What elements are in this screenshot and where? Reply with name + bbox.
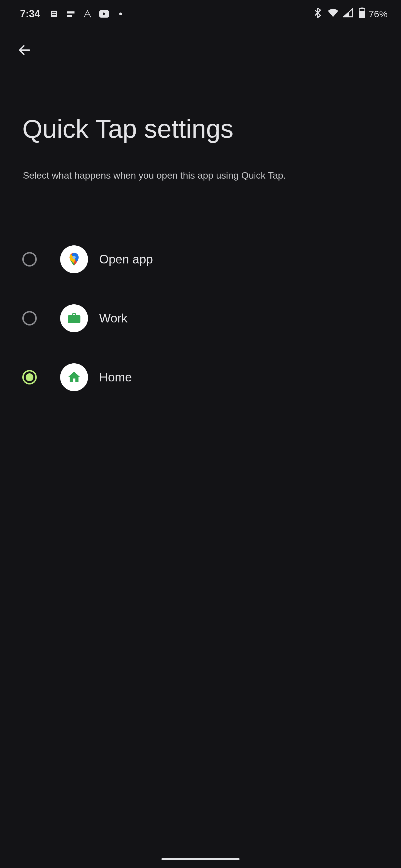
wifi-icon bbox=[327, 8, 339, 20]
status-left: 7:34 bbox=[20, 8, 122, 20]
status-bar: 7:34 76% bbox=[0, 0, 401, 28]
option-label: Work bbox=[99, 311, 127, 325]
svg-rect-2 bbox=[52, 14, 56, 15]
svg-rect-4 bbox=[67, 15, 72, 17]
option-label: Home bbox=[99, 370, 132, 384]
radio-open-app[interactable] bbox=[22, 252, 37, 267]
app-bar bbox=[0, 33, 401, 67]
option-work[interactable]: Work bbox=[22, 289, 379, 348]
home-icon bbox=[60, 363, 88, 391]
notification-app1-icon bbox=[66, 9, 76, 19]
page-subtitle: Select what happens when you open this a… bbox=[0, 144, 401, 183]
radio-home[interactable] bbox=[22, 370, 37, 384]
option-label: Open app bbox=[99, 252, 153, 266]
radio-work[interactable] bbox=[22, 311, 37, 326]
notification-more-icon bbox=[119, 12, 122, 15]
battery-icon bbox=[359, 7, 365, 21]
svg-point-9 bbox=[73, 256, 76, 259]
svg-rect-1 bbox=[52, 12, 56, 13]
signal-icon bbox=[343, 8, 353, 20]
briefcase-icon bbox=[60, 304, 88, 332]
status-right: 76% bbox=[314, 7, 388, 21]
back-button[interactable] bbox=[16, 41, 33, 59]
status-clock: 7:34 bbox=[20, 8, 40, 20]
page-title: Quick Tap settings bbox=[0, 67, 401, 144]
notification-font-icon bbox=[82, 9, 92, 19]
option-home[interactable]: Home bbox=[22, 348, 379, 407]
option-open-app[interactable]: Open app bbox=[22, 230, 379, 289]
notification-youtube-icon bbox=[99, 9, 109, 19]
options-list: Open app Work Home bbox=[0, 183, 401, 407]
navigation-handle[interactable] bbox=[162, 858, 239, 860]
maps-pin-icon bbox=[60, 245, 88, 273]
notification-message-icon bbox=[49, 9, 59, 19]
battery-percent: 76% bbox=[369, 9, 388, 20]
bluetooth-icon bbox=[314, 7, 322, 21]
svg-rect-3 bbox=[67, 11, 75, 13]
svg-rect-8 bbox=[359, 11, 365, 18]
arrow-left-icon bbox=[17, 43, 32, 57]
